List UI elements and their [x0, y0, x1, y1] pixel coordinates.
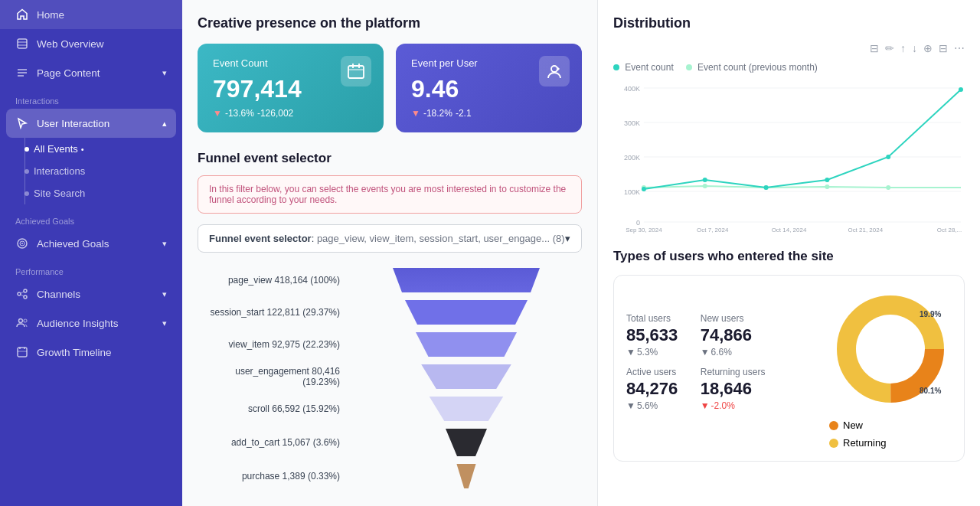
all-events-label: All Events — [34, 143, 78, 155]
donut-legend: New Returning — [829, 419, 952, 449]
donut-chart-container: 19.9% 80.1% New Returning — [829, 288, 952, 449]
svg-point-41 — [703, 178, 707, 182]
audience-insights-label: Audience Insights — [37, 318, 119, 329]
distribution-section: Distribution ⊟ ✏ ↑ ↓ ⊕ ⊟ ⋯ Event count — [613, 15, 965, 233]
svg-text:100K: 100K — [624, 188, 640, 196]
svg-text:300K: 300K — [624, 119, 640, 127]
new-users-stat: New users 74,866 ▼ 6.6% — [701, 313, 766, 357]
donut-svg: 19.9% 80.1% — [829, 288, 952, 410]
svg-point-15 — [24, 319, 27, 322]
web-overview-label: Web Overview — [37, 38, 104, 50]
sidebar-home-label: Home — [37, 9, 64, 21]
active-users-change: ▼ 5.6% — [626, 400, 691, 411]
funnel-row-2: view_item 92,975 (22.23%) — [198, 332, 582, 357]
home-icon — [15, 8, 29, 21]
performance-section-label: Performance — [0, 258, 182, 279]
download-icon[interactable]: ↓ — [912, 42, 917, 54]
svg-point-45 — [959, 87, 963, 92]
svg-text:200K: 200K — [624, 154, 640, 162]
new-users-change: ▼ 6.6% — [701, 347, 766, 357]
funnel-row-6: purchase 1,389 (0.33%) — [198, 464, 582, 488]
chart-legend: Event count Event count (previous month) — [613, 62, 965, 73]
svg-text:Oct 21, 2024: Oct 21, 2024 — [848, 227, 883, 233]
chart-controls: ⊟ ✏ ↑ ↓ ⊕ ⊟ ⋯ — [613, 42, 965, 54]
more-icon[interactable]: ⋯ — [954, 42, 965, 54]
sidebar-item-web-overview[interactable]: Web Overview — [0, 29, 182, 58]
arrow-down-icon-1: ▼ — [213, 108, 222, 119]
total-users-value: 85,633 — [626, 325, 691, 345]
svg-point-24 — [551, 66, 557, 72]
sidebar-item-all-events[interactable]: All Events • — [0, 138, 182, 160]
upload-icon[interactable]: ↑ — [900, 42, 906, 54]
funnel-selector-label: Funnel event selector: page_view, view_i… — [209, 233, 565, 244]
svg-text:80.1%: 80.1% — [920, 387, 941, 395]
funnel-row-0: page_view 418,164 (100%) — [198, 268, 582, 292]
svg-line-12 — [21, 292, 24, 293]
donut-row: Total users 85,633 ▼ 5.3% New users 74,8… — [626, 288, 952, 449]
globe-icon — [15, 37, 29, 51]
sidebar-item-home[interactable]: Home — [0, 0, 182, 29]
svg-point-53 — [856, 315, 925, 384]
svg-point-42 — [764, 185, 769, 190]
total-users-stat: Total users 85,633 ▼ 5.3% — [626, 313, 691, 357]
sidebar: Home Web Overview Page Content ▾ Interac… — [0, 0, 182, 506]
event-per-user-change: ▼ -18.2% -2.1 — [411, 108, 567, 119]
legend-dot-prev — [686, 64, 692, 70]
svg-point-11 — [24, 295, 27, 299]
arrow-down-total: ▼ — [626, 347, 635, 357]
returning-users-value: 18,646 — [701, 379, 766, 399]
sidebar-item-page-content[interactable]: Page Content ▾ — [0, 58, 182, 87]
achieved-goals-section-label: Achieved Goals — [0, 207, 182, 229]
chevron-down-icon-4: ▾ — [162, 318, 167, 328]
svg-point-38 — [825, 184, 829, 189]
content-area: Creative presence on the platform Event … — [182, 0, 980, 506]
funnel-row-5: add_to_cart 15,067 (3.6%) — [198, 429, 582, 456]
sidebar-item-growth-timeline[interactable]: Growth Timeline — [0, 338, 182, 367]
total-users-change: ▼ 5.3% — [626, 347, 691, 357]
sidebar-item-site-search[interactable]: Site Search — [0, 182, 182, 204]
funnel-row-1: session_start 122,811 (29.37%) — [198, 300, 582, 325]
share-icon[interactable]: ⊕ — [923, 42, 933, 54]
timeline-icon — [15, 345, 29, 359]
site-search-label: Site Search — [34, 188, 85, 199]
active-users-label: Active users — [626, 367, 691, 377]
dropdown-icon: ▾ — [565, 233, 570, 244]
new-users-label: New users — [701, 313, 766, 324]
svg-point-40 — [642, 187, 646, 191]
sidebar-item-achieved-goals[interactable]: Achieved Goals ▾ — [0, 229, 182, 258]
returning-users-change: ▼ -2.0% — [701, 400, 766, 411]
chevron-down-icon: ▾ — [162, 68, 167, 78]
sidebar-item-channels[interactable]: Channels ▾ — [0, 279, 182, 308]
sidebar-item-audience-insights[interactable]: Audience Insights ▾ — [0, 308, 182, 338]
svg-text:Oct 14, 2024: Oct 14, 2024 — [772, 227, 807, 233]
target-icon — [15, 237, 29, 250]
sidebar-item-user-interaction[interactable]: User Interaction ▴ — [6, 109, 176, 138]
user-icon — [539, 56, 570, 87]
event-count-abs: -126,002 — [257, 108, 293, 119]
user-interaction-label: User Interaction — [37, 118, 109, 129]
returning-users-stat: Returning users 18,646 ▼ -2.0% — [701, 367, 766, 411]
svg-rect-0 — [18, 39, 27, 48]
cursor-icon — [15, 116, 29, 130]
table-icon[interactable]: ⊟ — [870, 42, 879, 54]
line-chart: 400K 300K 200K 100K 0 — [613, 80, 965, 233]
svg-text:19.9%: 19.9% — [920, 310, 941, 318]
svg-text:400K: 400K — [624, 85, 640, 93]
sidebar-item-interactions[interactable]: Interactions — [0, 160, 182, 182]
arrow-down-returning: ▼ — [701, 400, 710, 411]
filter-icon[interactable]: ⊟ — [939, 42, 948, 54]
chevron-up-icon: ▴ — [162, 119, 167, 129]
growth-timeline-label: Growth Timeline — [37, 347, 112, 358]
svg-point-10 — [24, 289, 27, 292]
users-card: Total users 85,633 ▼ 5.3% New users 74,8… — [613, 275, 965, 462]
funnel-selector[interactable]: Funnel event selector: page_view, view_i… — [198, 224, 582, 253]
pencil-icon[interactable]: ✏ — [885, 42, 894, 54]
event-count-icon — [341, 56, 371, 87]
chevron-down-icon-2: ▾ — [162, 239, 167, 249]
achieved-goals-label: Achieved Goals — [37, 238, 109, 250]
svg-text:Oct 7, 2024: Oct 7, 2024 — [697, 227, 729, 233]
event-count-card: Event Count 797,414 ▼ -13.6% -126,002 — [198, 44, 384, 132]
users-stats-grid: Total users 85,633 ▼ 5.3% New users 74,8… — [626, 313, 765, 411]
svg-line-13 — [21, 295, 24, 296]
sub-items: All Events • Interactions Site Search — [0, 138, 182, 204]
